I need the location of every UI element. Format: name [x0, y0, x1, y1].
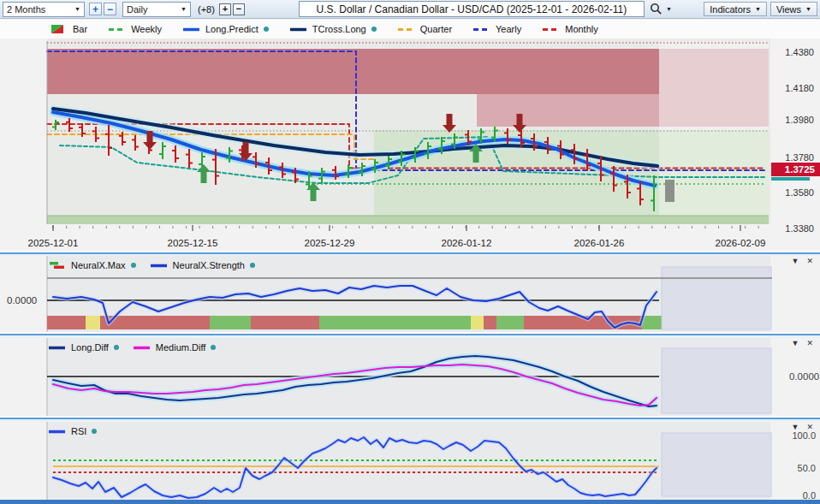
rsi-panel: RSI ▼ ✕ 100.050.00.0	[0, 422, 820, 500]
search-icon[interactable]	[650, 3, 663, 15]
rsi-icon	[48, 427, 67, 436]
panel-separator	[0, 332, 820, 338]
legend-item-weekly: Weekly	[108, 24, 162, 34]
legend-item-label: Long.Diff	[71, 342, 109, 353]
bar-offset-label: (+8)	[198, 4, 215, 15]
legend-item-tcross-long: TCross.Long	[289, 24, 377, 34]
remove-bars-button[interactable]: −	[233, 3, 245, 15]
long-predict-icon	[182, 25, 201, 34]
range-zoom-out-button[interactable]: −	[104, 3, 116, 15]
indicator-dot-icon	[211, 345, 216, 350]
range-select[interactable]: 2 Months ▼	[3, 2, 85, 17]
indicator-dot-icon	[371, 27, 377, 32]
neuralx-strength-icon	[150, 261, 169, 270]
chevron-down-icon: ▼	[755, 6, 761, 12]
legend-item-label: Long.Predict	[205, 24, 258, 34]
period-select[interactable]: Daily ▼	[122, 2, 191, 17]
range-zoom-in-button[interactable]: +	[89, 3, 102, 15]
tcross-long-icon	[289, 25, 308, 34]
panel-collapse-button[interactable]: ▼	[792, 339, 799, 347]
main-price-chart[interactable]: 2025-12-012025-12-152025-12-292026-01-12…	[0, 39, 820, 251]
legend-item-label: Quarter	[420, 24, 452, 34]
chevron-down-icon[interactable]: ▼	[666, 6, 672, 12]
panel-collapse-button[interactable]: ▼	[792, 257, 799, 265]
svg-text:2026-02-09: 2026-02-09	[716, 238, 766, 248]
legend-item-label: Weekly	[131, 24, 162, 34]
panel-close-button[interactable]: ✕	[806, 423, 813, 431]
range-select-value: 2 Months	[7, 4, 45, 15]
quarter-icon	[397, 25, 416, 34]
chevron-down-icon: ▼	[74, 6, 80, 12]
svg-text:2025-12-01: 2025-12-01	[28, 238, 79, 248]
legend-item-monthly: Monthly	[542, 24, 598, 34]
monthly-icon	[542, 25, 561, 34]
chevron-down-icon: ▼	[181, 6, 187, 12]
bottom-status-strip	[0, 500, 820, 504]
svg-text:0.0000: 0.0000	[7, 295, 37, 305]
legend-item-rsi: RSI	[48, 426, 97, 436]
legend-item-label: NeuralX.Max	[71, 260, 126, 270]
svg-text:1.3980: 1.3980	[785, 115, 814, 125]
legend-item-neuralx-strength: NeuralX.Strength	[150, 260, 255, 270]
svg-text:2026-01-12: 2026-01-12	[442, 238, 492, 248]
symbol-search[interactable]: ▼	[650, 3, 672, 15]
svg-text:2025-12-15: 2025-12-15	[168, 238, 218, 248]
main-chart-legend: BarWeeklyLong.PredictTCross.LongQuarterY…	[0, 20, 820, 39]
svg-text:1.3725: 1.3725	[785, 164, 816, 175]
medium-diff-icon	[133, 343, 152, 353]
indicator-dot-icon	[114, 345, 119, 350]
indicators-button[interactable]: Indicators ▼	[704, 2, 767, 16]
trading-app-window: { "toolbar": { "range_value": "2 Months"…	[0, 0, 820, 504]
symbol-title-box[interactable]: U.S. Dollar / Canadian Dollar - USD/CAD …	[299, 1, 645, 17]
legend-item-label: Bar	[73, 24, 87, 34]
rsi-indicator-chart[interactable]: 100.050.00.0	[0, 422, 820, 500]
main-chart-section: 2025-12-012025-12-152025-12-292026-01-12…	[0, 39, 820, 251]
legend-item-label: Medium.Diff	[156, 342, 205, 353]
panel-collapse-button[interactable]: ▼	[792, 423, 799, 431]
panel-separator	[0, 416, 820, 422]
panel-close-button[interactable]: ✕	[806, 339, 813, 347]
bar-icon	[50, 25, 68, 34]
legend-item-label: RSI	[71, 426, 86, 436]
indicator-dot-icon	[131, 263, 136, 268]
indicator-dot-icon	[264, 27, 269, 32]
diff-panel: Long.DiffMedium.Diff ▼ ✕ 0.0000	[0, 338, 820, 416]
svg-text:1.3380: 1.3380	[785, 223, 814, 234]
svg-text:0.0000: 0.0000	[789, 371, 819, 382]
chevron-down-icon: ▼	[805, 6, 811, 12]
svg-text:1.4380: 1.4380	[785, 47, 814, 57]
legend-item-medium-diff: Medium.Diff	[133, 342, 216, 353]
legend-item-label: Monthly	[565, 24, 598, 34]
neural-panel-legend: NeuralX.MaxNeuralX.Strength	[48, 260, 255, 270]
svg-text:100.0: 100.0	[792, 430, 816, 441]
legend-item-quarter: Quarter	[397, 24, 452, 34]
indicator-dot-icon	[92, 429, 97, 434]
rsi-panel-legend: RSI	[48, 426, 97, 436]
views-button[interactable]: Views ▼	[770, 2, 817, 16]
legend-item-long-diff: Long.Diff	[48, 342, 119, 353]
legend-item-label: Yearly	[496, 24, 521, 34]
svg-text:1.4180: 1.4180	[785, 83, 814, 93]
svg-text:50.0: 50.0	[798, 463, 816, 473]
legend-item-label: TCross.Long	[312, 24, 366, 34]
legend-item-label: NeuralX.Strength	[173, 260, 245, 270]
indicator-dot-icon	[250, 263, 255, 268]
weekly-icon	[108, 25, 127, 34]
legend-item-long-predict: Long.Predict	[182, 24, 269, 34]
svg-text:0.0: 0.0	[803, 490, 816, 500]
svg-text:2025-12-29: 2025-12-29	[305, 238, 355, 248]
diff-panel-legend: Long.DiffMedium.Diff	[48, 342, 216, 353]
yearly-icon	[472, 25, 491, 34]
symbol-title: U.S. Dollar / Canadian Dollar - USD/CAD …	[317, 3, 627, 15]
legend-item-neuralx-max: NeuralX.Max	[48, 260, 136, 270]
svg-text:2026-01-26: 2026-01-26	[574, 238, 625, 248]
legend-item-bar: Bar	[50, 24, 87, 34]
legend-item-yearly: Yearly	[472, 24, 521, 34]
add-bars-button[interactable]: +	[219, 3, 231, 15]
panel-close-button[interactable]: ✕	[806, 257, 813, 265]
neuralx-max-icon	[48, 261, 67, 270]
period-select-value: Daily	[127, 4, 147, 15]
long-diff-icon	[48, 343, 67, 353]
neural-panel: NeuralX.MaxNeuralX.Strength ▼ ✕ 0.0000	[0, 256, 820, 332]
toolbar: 2 Months ▼ + − Daily ▼ (+8) + − U.S. Dol…	[0, 0, 820, 19]
